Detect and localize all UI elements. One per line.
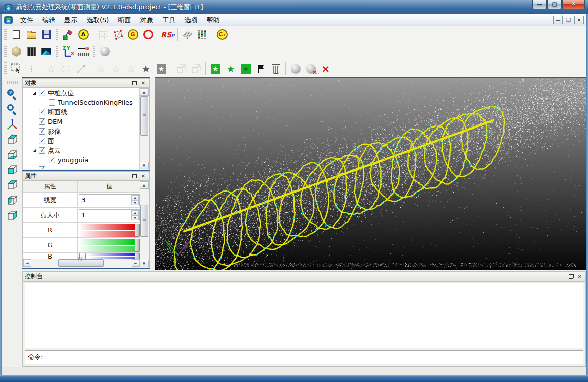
select-polygon-button[interactable]: ☆ bbox=[43, 61, 58, 76]
tree-checkbox[interactable] bbox=[39, 118, 45, 125]
resection-rsp-button[interactable]: RSp bbox=[160, 27, 175, 42]
spin-up-icon[interactable]: ▲ bbox=[131, 195, 139, 200]
mdi-restore-button[interactable]: ❐ bbox=[564, 16, 573, 24]
new-file-button[interactable] bbox=[9, 27, 24, 42]
tree-expander-icon[interactable] bbox=[32, 90, 38, 96]
grid-view-button[interactable] bbox=[24, 44, 39, 59]
view-bottom-button[interactable] bbox=[4, 147, 20, 162]
scrollbar-thumb[interactable] bbox=[58, 259, 104, 267]
registration-tool-button[interactable] bbox=[60, 27, 76, 42]
circle-g-tool-button[interactable]: G bbox=[125, 27, 140, 42]
select-add-button[interactable]: ☆ bbox=[93, 61, 108, 76]
tree-checkbox[interactable] bbox=[39, 109, 45, 115]
properties-close-button[interactable]: ✕ bbox=[140, 173, 147, 179]
objects-close-button[interactable]: ✕ bbox=[140, 80, 147, 86]
tree-checkbox[interactable] bbox=[39, 128, 45, 135]
box-clip-button[interactable] bbox=[173, 61, 188, 76]
scroll-left-icon[interactable]: ◄ bbox=[23, 259, 31, 267]
tree-row-clipped[interactable] bbox=[23, 165, 139, 169]
spin-up-icon[interactable]: ▲ bbox=[131, 210, 139, 215]
selection-in-box-button[interactable]: ★ bbox=[154, 61, 169, 76]
线宽-value-input[interactable]: 3▲▼ bbox=[79, 194, 140, 206]
tree-expander-icon[interactable] bbox=[32, 148, 38, 153]
select-cursor-button[interactable] bbox=[9, 61, 24, 76]
properties-scrollbar[interactable]: ▲ ▼ bbox=[140, 181, 149, 267]
open-project-button[interactable] bbox=[24, 27, 39, 42]
R-channel-slider[interactable] bbox=[79, 224, 140, 237]
slider-thumb[interactable] bbox=[135, 224, 140, 237]
plane-points-button[interactable] bbox=[180, 27, 195, 42]
view-top-button[interactable] bbox=[4, 177, 20, 193]
menu-item-5[interactable]: 对象 bbox=[135, 14, 158, 26]
console-output[interactable] bbox=[25, 283, 583, 348]
scroll-up-icon[interactable]: ▲ bbox=[140, 88, 149, 96]
minimize-button[interactable]: — bbox=[532, 0, 547, 9]
scrollbar-thumb[interactable] bbox=[140, 96, 148, 136]
tree-row-DEM[interactable]: DEM bbox=[23, 117, 139, 126]
axes-zyx-button[interactable]: ZYX bbox=[60, 44, 76, 59]
G-channel-slider[interactable] bbox=[79, 239, 140, 252]
circle-c3-tool-button[interactable]: C₃ bbox=[214, 27, 230, 42]
measure-ruler-button[interactable] bbox=[76, 44, 91, 59]
menu-item-0[interactable]: 文件 bbox=[16, 14, 38, 26]
menu-item-8[interactable]: 帮助 bbox=[202, 14, 224, 26]
scroll-up-icon[interactable]: ▲ bbox=[140, 181, 149, 189]
axes-3d-button[interactable] bbox=[4, 117, 20, 132]
scroll-right-icon[interactable]: ► bbox=[132, 259, 140, 267]
keep-selection-button[interactable]: ★ bbox=[208, 61, 223, 76]
tree-checkbox[interactable] bbox=[39, 166, 45, 169]
save-project-button[interactable] bbox=[39, 27, 54, 42]
menu-item-1[interactable]: 编辑 bbox=[38, 14, 60, 26]
tree-checkbox[interactable] bbox=[49, 99, 55, 106]
tree-row-TunnelSectionKingPiles[interactable]: TunnelSectionKingPiles bbox=[23, 98, 139, 107]
view-left-button[interactable] bbox=[4, 193, 20, 208]
object-tree-scrollbar[interactable]: ▲ ▼ bbox=[140, 88, 149, 169]
fill-selection-button[interactable]: ★ bbox=[238, 61, 253, 76]
tree-row-面[interactable]: 面 bbox=[23, 136, 139, 146]
tree-checkbox[interactable] bbox=[39, 138, 45, 144]
maximize-button[interactable]: ▢ bbox=[547, 0, 562, 9]
tree-checkbox[interactable] bbox=[49, 157, 55, 163]
render-sphere-button[interactable] bbox=[9, 44, 24, 59]
scroll-down-icon[interactable]: ▼ bbox=[140, 162, 149, 169]
viewport-3d-canvas[interactable] bbox=[155, 78, 586, 270]
console-float-button[interactable] bbox=[568, 273, 575, 280]
tree-checkbox[interactable] bbox=[39, 147, 45, 154]
menu-item-6[interactable]: 工具 bbox=[158, 14, 180, 26]
zoom-button[interactable] bbox=[4, 102, 20, 117]
scroll-down-icon[interactable]: ▼ bbox=[140, 260, 149, 267]
menu-item-2[interactable]: 显示 bbox=[60, 14, 82, 26]
view-right-button[interactable] bbox=[4, 208, 20, 223]
point-cloud-tool-button[interactable] bbox=[95, 27, 110, 42]
spin-down-icon[interactable]: ▼ bbox=[131, 200, 139, 205]
mesh-model-button[interactable] bbox=[110, 27, 125, 42]
delete-points-button[interactable]: × bbox=[303, 61, 318, 76]
objects-float-button[interactable] bbox=[131, 80, 138, 86]
slider-thumb[interactable] bbox=[135, 239, 140, 252]
hide-points-button[interactable] bbox=[288, 61, 303, 76]
tree-checkbox[interactable] bbox=[39, 90, 45, 96]
close-button[interactable]: ✕ bbox=[562, 0, 585, 9]
circle-a-tool-button[interactable]: A bbox=[76, 27, 91, 42]
slider-thumb[interactable] bbox=[135, 253, 140, 259]
color-points-button[interactable] bbox=[195, 27, 210, 42]
select-subtract-button[interactable]: ☆ bbox=[108, 61, 123, 76]
view-back-button[interactable] bbox=[4, 132, 20, 147]
select-lasso-button[interactable] bbox=[58, 61, 74, 76]
menu-item-4[interactable]: 断面 bbox=[113, 14, 135, 26]
mdi-close-button[interactable]: ✕ bbox=[574, 16, 584, 24]
view-front-button[interactable] bbox=[4, 162, 20, 177]
select-rect-button[interactable] bbox=[28, 61, 43, 76]
flag-mark-button[interactable] bbox=[253, 61, 268, 76]
console-close-button[interactable]: ✕ bbox=[576, 273, 583, 280]
tree-row-影像[interactable]: 影像 bbox=[23, 126, 139, 136]
cancel-selection-button[interactable]: × bbox=[318, 61, 333, 76]
B-channel-slider[interactable] bbox=[88, 253, 140, 259]
tree-row-断面线[interactable]: 断面线 bbox=[23, 107, 139, 117]
tree-row-中桩点位[interactable]: 中桩点位 bbox=[23, 88, 139, 98]
selection-invert-button[interactable]: ★ bbox=[138, 61, 154, 76]
zoom-fit-button[interactable]: A bbox=[4, 87, 20, 102]
select-intersect-button[interactable]: ☆ bbox=[123, 61, 138, 76]
command-line[interactable]: 命令: bbox=[25, 350, 583, 364]
tree-row-yougguia[interactable]: yougguia bbox=[23, 155, 139, 165]
